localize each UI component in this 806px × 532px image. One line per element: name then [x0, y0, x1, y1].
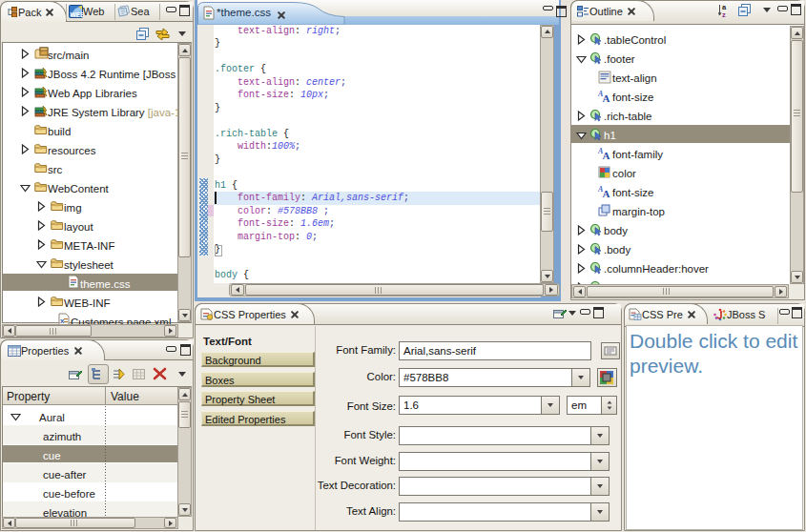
svg-text:z: z	[722, 10, 726, 18]
svg-text:WEB: WEB	[71, 11, 84, 18]
svg-text:A: A	[603, 150, 610, 161]
svg-text:A: A	[603, 92, 610, 104]
svg-text:A: A	[603, 188, 610, 199]
